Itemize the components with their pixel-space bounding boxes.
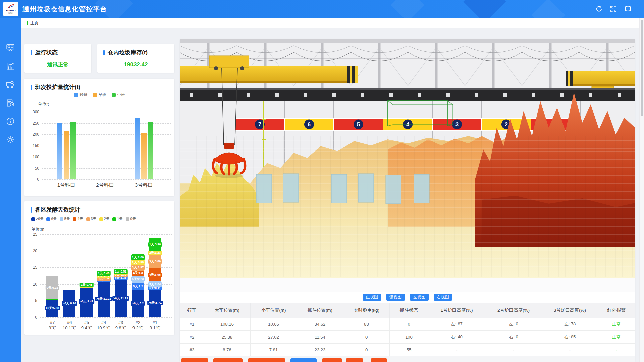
table-row[interactable]: #1108.1610.6534.62830左: 87左: 0左: 78正常 <box>180 318 635 330</box>
bottom-action-button[interactable] <box>322 358 342 362</box>
segment-value-label: 1天:3.96 <box>148 242 162 247</box>
crane-status-table: 行车大车位置(m)小车位置(m)抓斗位置(m)实时称重(kg)抓斗状态1号炉口高… <box>180 303 635 356</box>
logo-brand-text: FUERLI <box>6 9 16 12</box>
page-scrollbar[interactable] <box>639 18 644 362</box>
table-header-cell: 2号炉口高度(%) <box>485 303 542 318</box>
y-axis-tick: 15 <box>25 265 37 270</box>
table-cell: #3 <box>180 343 204 356</box>
fullscreen-icon[interactable] <box>610 5 618 13</box>
stack-segment-1天[interactable] <box>46 299 58 300</box>
x-axis-category: 1号料口 <box>57 182 75 188</box>
running-status-card: 运行状态 通讯正常 <box>24 44 91 73</box>
table-cell: 0 <box>390 318 428 330</box>
warehouse-3d-view[interactable]: 7654321 <box>180 39 635 292</box>
y-axis-tick: 200 <box>27 132 39 137</box>
segment-value-label: >6天:5.38 <box>45 306 60 310</box>
manual-book-icon[interactable] <box>624 5 632 13</box>
bar-晚班[interactable] <box>135 118 140 179</box>
refresh-icon[interactable] <box>595 5 603 13</box>
x-axis-category: #59.4℃ <box>81 320 92 331</box>
x-axis-category: 2号料口 <box>96 182 114 188</box>
crane-girder-flange <box>180 81 358 83</box>
bottom-action-button[interactable] <box>213 358 243 362</box>
bar-早班[interactable] <box>141 133 147 179</box>
y-axis-tick: 300 <box>27 110 39 114</box>
sidebar-item-report[interactable] <box>6 98 15 108</box>
bottom-action-button[interactable] <box>346 358 363 362</box>
segment-value-label: 6天:2.2 <box>132 284 144 289</box>
fermentation-chart-card: 各区发酵天数统计 >6天6天5天4天3天2天1天0天 单位:m 05101520… <box>24 201 174 335</box>
table-cell: 左: 78 <box>542 318 598 330</box>
table-row[interactable]: #225.3827.0211.540100右: 40右: 0右: 85正常 <box>180 330 635 343</box>
sidebar-item-truck[interactable] <box>6 80 15 89</box>
table-header-cell: 3号炉口高度(%) <box>542 303 598 318</box>
breadcrumb-label[interactable]: 主页 <box>30 20 39 26</box>
sidebar-item-info[interactable] <box>6 117 15 126</box>
bar-中班[interactable] <box>148 122 153 179</box>
ceiling-strip <box>180 39 635 43</box>
table-cell: 左: 87 <box>428 318 485 330</box>
view-button-正视图[interactable]: 正视图 <box>363 294 381 301</box>
crane-girder-flange <box>566 84 635 86</box>
title-accent-bar <box>103 50 105 55</box>
grid-line <box>42 179 171 180</box>
bottom-action-button[interactable] <box>371 358 387 362</box>
table-header-cell: 抓斗位置(m) <box>297 303 343 318</box>
shift-furnace-chart-card: 班次投炉量统计(t) 晚班早班中班 单位:t 05010015020025030… <box>24 79 174 196</box>
y-axis-tick: 0 <box>27 177 39 182</box>
view-button-右视图[interactable]: 右视图 <box>434 294 452 301</box>
view-button-row: 正视图俯视图左视图右视图 <box>180 294 635 301</box>
segment-value-label: 1天:0.46 <box>97 271 111 276</box>
y-axis-tick: 50 <box>27 166 39 171</box>
table-header-cell: 小车位置(m) <box>251 303 297 318</box>
table-header-cell: 1号炉口高度(%) <box>428 303 485 318</box>
x-axis-category: #29.2℃ <box>132 320 144 331</box>
sidebar-item-statistics[interactable] <box>6 61 15 71</box>
feeding-port <box>386 175 401 204</box>
terrain-voxel-texture <box>180 136 635 277</box>
y-axis-tick: 25 <box>25 232 37 237</box>
table-row[interactable]: #38.767.8123.23055---- <box>180 343 635 356</box>
table-cell: 11.54 <box>297 330 343 343</box>
sidebar-item-settings[interactable] <box>6 135 15 144</box>
scrollbar-thumb[interactable] <box>641 20 643 116</box>
bar-早班[interactable] <box>64 131 69 179</box>
view-button-左视图[interactable]: 左视图 <box>410 294 429 301</box>
segment-value-label: 5天:2.04 <box>148 282 162 287</box>
table-cell: 83 <box>343 318 390 330</box>
x-axis-category: #410.9℃ <box>97 320 110 331</box>
sidebar-item-monitor[interactable] <box>6 43 15 52</box>
table-cell: 7.81 <box>251 343 297 356</box>
crane-hazard-stripes <box>347 66 358 83</box>
grid-line <box>42 112 171 112</box>
table-cell: - <box>542 343 598 356</box>
bar-中班[interactable] <box>70 122 76 179</box>
table-header-cell: 行车 <box>180 303 204 318</box>
section-number: 4 <box>406 122 409 127</box>
stack-segment-1天[interactable] <box>63 290 75 290</box>
walkway-beam-edge <box>180 88 635 90</box>
bar-晚班[interactable] <box>57 123 62 179</box>
view-button-俯视图[interactable]: 俯视图 <box>386 294 405 301</box>
y-axis-tick: 20 <box>25 249 37 253</box>
segment-value-label: 3天:3.89 <box>148 259 162 264</box>
segment-value-label: 5天:2.23 <box>131 277 145 281</box>
segment-value-label: 3天:1.97 <box>131 265 145 270</box>
bottom-action-button[interactable] <box>290 358 317 362</box>
warehouse-3d-panel: 7654321 <box>180 39 635 362</box>
bottom-action-button[interactable] <box>248 358 285 362</box>
header-decoration <box>532 0 565 18</box>
header-decoration <box>463 0 506 18</box>
section-number: 3 <box>455 122 459 127</box>
table-cell: 55 <box>390 343 428 356</box>
section-number: 5 <box>357 122 360 127</box>
x-axis-category: #610.1℃ <box>63 320 76 331</box>
breadcrumb: 主页 <box>21 18 639 28</box>
table-header-row: 行车大车位置(m)小车位置(m)抓斗位置(m)实时称重(kg)抓斗状态1号炉口高… <box>180 303 635 318</box>
y-axis-tick: 100 <box>27 155 39 159</box>
table-cell: 右: 85 <box>542 330 598 343</box>
trolley-wheel <box>240 66 244 70</box>
table-cell: #2 <box>180 330 204 343</box>
bottom-action-button[interactable] <box>181 358 208 362</box>
crane-hazard-stripes <box>566 71 573 86</box>
